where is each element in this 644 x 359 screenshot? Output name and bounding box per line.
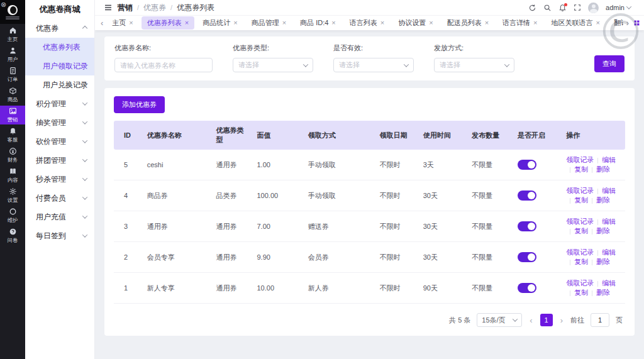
sidebar-group[interactable]: 用户充值 — [25, 207, 94, 226]
chevron-down-icon — [82, 232, 87, 237]
rail-item-content[interactable]: 内容 — [0, 166, 25, 185]
rail-item-order[interactable]: 订单 — [0, 65, 25, 84]
tab[interactable]: 翻译配置 × — [608, 16, 623, 30]
sidebar-group[interactable]: 秒杀管理 — [25, 170, 94, 189]
tab-close-icon[interactable]: × — [533, 19, 537, 26]
action-delete[interactable]: 删除 — [596, 258, 610, 265]
tab[interactable]: 语言列表 × — [344, 16, 390, 30]
issue-method-select[interactable]: 请选择 — [434, 58, 514, 72]
action-records[interactable]: 领取记录 — [566, 156, 594, 163]
column-header: 操作 — [561, 121, 625, 150]
action-edit[interactable]: 编辑 — [602, 187, 616, 194]
action-delete[interactable]: 删除 — [596, 196, 610, 204]
rail-item-maintenance[interactable]: 维护 — [0, 206, 25, 225]
sidebar-group[interactable]: 砍价管理 — [25, 132, 94, 151]
tab[interactable]: 配送员列表 × — [441, 16, 494, 30]
tab-close-icon[interactable]: × — [233, 19, 237, 26]
tab[interactable]: 主页 × — [106, 16, 138, 30]
tab[interactable]: 语言详情 × — [497, 16, 543, 30]
rail-item-finance[interactable]: 财务 — [0, 146, 25, 165]
action-copy[interactable]: 复制 — [574, 258, 588, 265]
tabs-scroll-right-icon[interactable]: › — [623, 19, 632, 27]
tab-close-icon[interactable]: × — [485, 19, 489, 26]
tab-close-icon[interactable]: × — [282, 19, 286, 26]
tab-close-icon[interactable]: × — [185, 19, 189, 26]
coupon-name-input[interactable] — [114, 58, 213, 72]
notification-bell-icon[interactable] — [558, 4, 567, 12]
sidebar-group-coupon[interactable]: 优惠券 — [25, 19, 94, 38]
action-edit[interactable]: 编辑 — [602, 279, 616, 287]
sidebar-sub-item[interactable]: 用户领取记录 — [25, 57, 94, 75]
action-records[interactable]: 领取记录 — [566, 279, 594, 287]
tab-options-grid-icon[interactable] — [632, 19, 641, 26]
prev-page-icon[interactable]: ‹ — [528, 316, 533, 325]
rail-item-goods[interactable]: 商品 — [0, 86, 25, 104]
tab-close-icon[interactable]: × — [596, 19, 600, 26]
tab-close-icon[interactable]: × — [129, 19, 133, 26]
sidebar-group[interactable]: 积分管理 — [25, 94, 94, 113]
page-size-select[interactable]: 15条/页 — [477, 313, 522, 327]
tab-close-icon[interactable]: × — [331, 19, 335, 26]
rail-item-settings[interactable]: 设置 — [0, 186, 25, 205]
breadcrumb-parent[interactable]: 优惠券 — [143, 3, 166, 13]
tab[interactable]: 地区关联语言 × — [546, 16, 606, 30]
search-button[interactable]: 查询 — [594, 55, 625, 72]
menu-collapse-icon[interactable] — [104, 3, 113, 12]
validity-select[interactable]: 请选择 — [333, 58, 414, 72]
action-records[interactable]: 领取记录 — [566, 187, 594, 194]
enable-toggle[interactable] — [518, 160, 536, 170]
tab-close-icon[interactable]: × — [429, 19, 433, 26]
action-separator — [570, 260, 570, 265]
sidebar-group[interactable]: 拼团管理 — [25, 151, 94, 170]
tabs-scroll-left-icon[interactable]: ‹ — [97, 19, 106, 27]
enable-toggle[interactable] — [518, 283, 536, 293]
refresh-icon[interactable] — [528, 4, 536, 12]
sidebar-group[interactable]: 每日签到 — [25, 226, 94, 245]
breadcrumb-root[interactable]: 营销 — [118, 3, 133, 13]
tab[interactable]: 商品统计 × — [197, 16, 243, 30]
tab[interactable]: 商品 ID:4 × — [294, 16, 341, 30]
user-avatar[interactable] — [588, 3, 599, 13]
table-row: 1 新人专享 通用券 10.00 新人券 不限时 90天 不限量 领取记录编辑复… — [114, 273, 625, 304]
chevron-down-icon — [513, 316, 518, 321]
tab[interactable]: 商品管理 × — [246, 16, 292, 30]
action-edit[interactable]: 编辑 — [602, 248, 616, 256]
action-edit[interactable]: 编辑 — [602, 156, 616, 163]
topbar-actions: admin — [528, 3, 638, 13]
page-number-current[interactable]: 1 — [540, 314, 553, 326]
tab[interactable]: 优惠券列表 × — [142, 16, 194, 30]
enable-toggle[interactable] — [518, 252, 536, 262]
tab-close-icon[interactable]: × — [380, 19, 384, 26]
action-copy[interactable]: 复制 — [574, 227, 588, 235]
action-copy[interactable]: 复制 — [574, 165, 588, 173]
sidebar-group[interactable]: 付费会员 — [25, 189, 94, 207]
action-records[interactable]: 领取记录 — [566, 218, 594, 225]
sidebar-sub-item[interactable]: 用户兑换记录 — [25, 75, 94, 94]
coupon-type-select[interactable]: 请选择 — [233, 58, 313, 72]
action-edit[interactable]: 编辑 — [602, 218, 616, 225]
cell-usage-time: 3天 — [418, 150, 467, 180]
action-records[interactable]: 领取记录 — [566, 248, 594, 256]
action-delete[interactable]: 删除 — [596, 165, 610, 173]
next-page-icon[interactable]: › — [559, 316, 564, 325]
sidebar-sub-item[interactable]: 优惠券列表 — [25, 38, 94, 57]
action-separator — [570, 290, 570, 296]
add-coupon-button[interactable]: 添加优惠券 — [114, 96, 165, 113]
action-copy[interactable]: 复制 — [574, 289, 588, 296]
fullscreen-icon[interactable] — [574, 4, 581, 11]
enable-toggle[interactable] — [518, 191, 536, 201]
user-menu[interactable]: admin — [606, 4, 631, 11]
sidebar-group[interactable]: 抽奖管理 — [25, 113, 94, 132]
rail-item-home[interactable]: 主页 — [0, 25, 25, 44]
rail-item-support[interactable]: 客服 — [0, 126, 25, 145]
search-icon[interactable] — [543, 4, 552, 12]
rail-item-marketing[interactable]: 营销 — [0, 106, 25, 124]
goto-page-input[interactable] — [591, 313, 609, 327]
action-delete[interactable]: 删除 — [596, 227, 610, 235]
rail-item-user[interactable]: 用户 — [0, 45, 25, 64]
enable-toggle[interactable] — [518, 221, 536, 231]
tab[interactable]: 协议设置 × — [392, 16, 438, 30]
action-copy[interactable]: 复制 — [574, 196, 588, 204]
rail-item-survey[interactable]: 问卷 — [0, 226, 25, 245]
action-delete[interactable]: 删除 — [596, 289, 610, 296]
